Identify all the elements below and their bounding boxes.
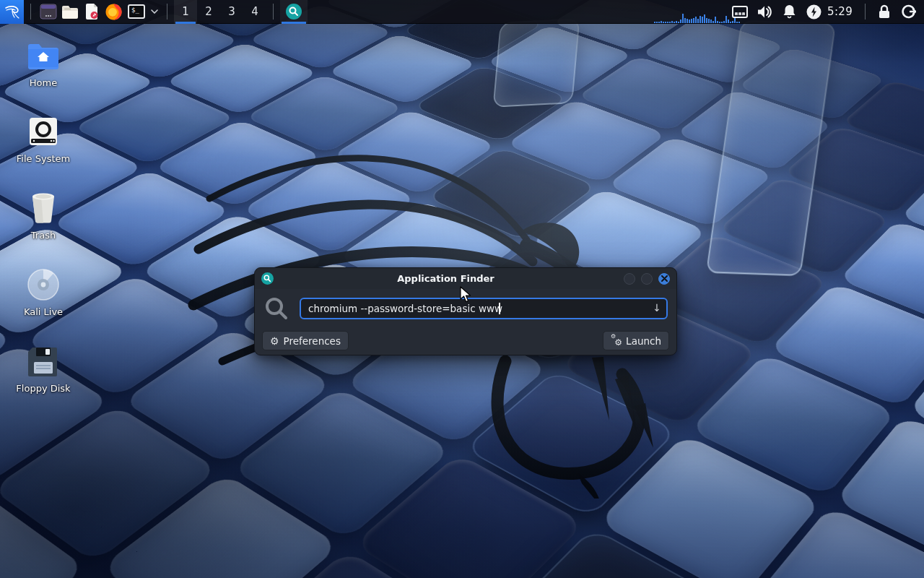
panel-separator: [865, 4, 866, 20]
cpu-graph-bar: [658, 22, 660, 22]
ethernet-icon: [732, 6, 748, 18]
cpu-graph-bar: [717, 21, 718, 23]
text-caret: [499, 303, 500, 314]
cpu-graph-bar: [669, 22, 671, 22]
launch-gears-icon: ⚙ ⚙: [611, 335, 622, 346]
preferences-label: Preferences: [284, 335, 341, 347]
cpu-graph-bar: [721, 22, 723, 22]
hard-drive-icon: [28, 116, 58, 147]
workspace-button-1[interactable]: 1: [174, 0, 197, 24]
cpu-graph-bar: [663, 22, 664, 22]
cpu-graph-bar: [706, 18, 707, 23]
applications-menu-button[interactable]: [0, 0, 24, 24]
notifications-button[interactable]: [777, 0, 801, 24]
cpu-graph-bar: [667, 22, 668, 22]
window-title: Application Finder: [274, 273, 618, 284]
panel-separator: [167, 4, 167, 20]
workspace-label: 1: [182, 5, 189, 18]
desktop-icon-label: Floppy Disk: [6, 383, 81, 394]
gear-icon: ⚙: [611, 333, 616, 340]
mouse-cursor: [460, 286, 471, 303]
cpu-graph-bar: [674, 22, 675, 22]
terminal-icon: $_: [128, 4, 145, 19]
terminal-dropdown-button[interactable]: [149, 0, 160, 24]
cpu-graph-bar: [689, 20, 690, 22]
cpu-graph-bar: [695, 17, 697, 22]
document-edit-icon: [84, 4, 99, 20]
volume-button[interactable]: [752, 0, 777, 24]
launcher-terminal-emulator[interactable]: [38, 0, 59, 24]
workspace-button-2[interactable]: 2: [197, 0, 220, 24]
cpu-graph-bar: [680, 20, 681, 22]
desktop-icon-label: Kali Live: [6, 306, 81, 317]
launcher-text-editor[interactable]: [81, 0, 103, 24]
launch-button[interactable]: ⚙ ⚙ Launch: [603, 331, 669, 350]
workspace-button-4[interactable]: 4: [243, 0, 266, 24]
application-finder-window: Application Finder ↓ ⚙ Preferences ⚙ ⚙ L…: [254, 267, 677, 355]
desktop-icon-label: Home: [6, 77, 81, 88]
terminal-window-icon: [40, 4, 57, 20]
cpu-graph-bar: [693, 18, 694, 23]
desktop-icon-trash[interactable]: Trash: [6, 190, 81, 241]
cpu-graph-bar: [661, 21, 662, 23]
system-tray: 5:29: [653, 0, 924, 24]
cpu-graph-bar: [654, 22, 655, 22]
cpu-graph-bar: [699, 16, 701, 23]
kali-logo-icon: [4, 3, 21, 20]
desktop-icon-floppy-disk[interactable]: Floppy Disk: [6, 343, 81, 394]
floppy-disk-icon: [28, 346, 58, 376]
launcher-file-manager[interactable]: [59, 0, 81, 24]
cpu-graph-bar: [708, 19, 710, 23]
lock-screen-button[interactable]: [872, 0, 897, 24]
search-combo: ↓: [300, 298, 668, 319]
cpu-graph-bar: [682, 14, 684, 23]
preferences-button[interactable]: ⚙ Preferences: [262, 331, 349, 350]
cpu-graph-bar: [697, 19, 699, 23]
search-input[interactable]: [300, 298, 668, 319]
panel-separator: [30, 4, 31, 20]
bell-icon: [783, 4, 796, 19]
workspace-label: 4: [251, 5, 258, 18]
firefox-icon: [105, 4, 122, 20]
network-status-button[interactable]: [728, 0, 752, 24]
desktop-icon-kali-live[interactable]: Kali Live: [6, 267, 81, 317]
close-icon: [661, 275, 668, 282]
cpu-graph-bar: [710, 20, 712, 22]
workspace-label: 3: [228, 5, 235, 18]
power-manager-button[interactable]: [801, 0, 826, 24]
cpu-graph-bar: [671, 21, 673, 23]
search-icon: [263, 296, 289, 322]
appfinder-window-icon: [261, 272, 274, 285]
logout-button[interactable]: [897, 0, 921, 24]
panel-clock[interactable]: 5:29: [826, 5, 858, 18]
minimize-button[interactable]: [624, 273, 635, 285]
cpu-graph-bar: [702, 17, 703, 22]
cpu-graph-bar: [704, 14, 705, 22]
appfinder-taskbar-icon: [286, 4, 302, 20]
cpu-history-graph[interactable]: [653, 0, 728, 24]
maximize-button[interactable]: [641, 273, 653, 285]
panel-separator: [273, 4, 274, 20]
gear-icon: ⚙: [270, 336, 279, 346]
cpu-graph-bar: [687, 19, 688, 23]
cpu-graph-bar: [715, 17, 716, 22]
cpu-graph-bar: [712, 21, 714, 23]
taskbar-application-finder[interactable]: [280, 0, 308, 24]
desktop-icon-file-system[interactable]: File System: [6, 113, 81, 164]
power-lightning-icon: [806, 4, 821, 20]
cpu-graph-bar: [691, 19, 692, 23]
workspace-button-3[interactable]: 3: [220, 0, 243, 24]
workspace-label: 2: [205, 5, 212, 18]
cpu-graph-bar: [723, 21, 725, 23]
cpu-graph-bar: [676, 21, 677, 23]
logout-icon: [902, 4, 916, 19]
cd-disc-icon: [27, 268, 60, 301]
desktop-icon-home[interactable]: Home: [6, 38, 81, 88]
speaker-icon: [757, 5, 772, 19]
launcher-terminal-profile[interactable]: $_: [124, 0, 149, 24]
desktop-icon-label: File System: [6, 153, 81, 164]
cpu-graph-bar: [665, 22, 666, 22]
cpu-graph-bar: [725, 16, 727, 23]
close-button[interactable]: [658, 273, 670, 285]
launcher-firefox[interactable]: [103, 0, 124, 24]
